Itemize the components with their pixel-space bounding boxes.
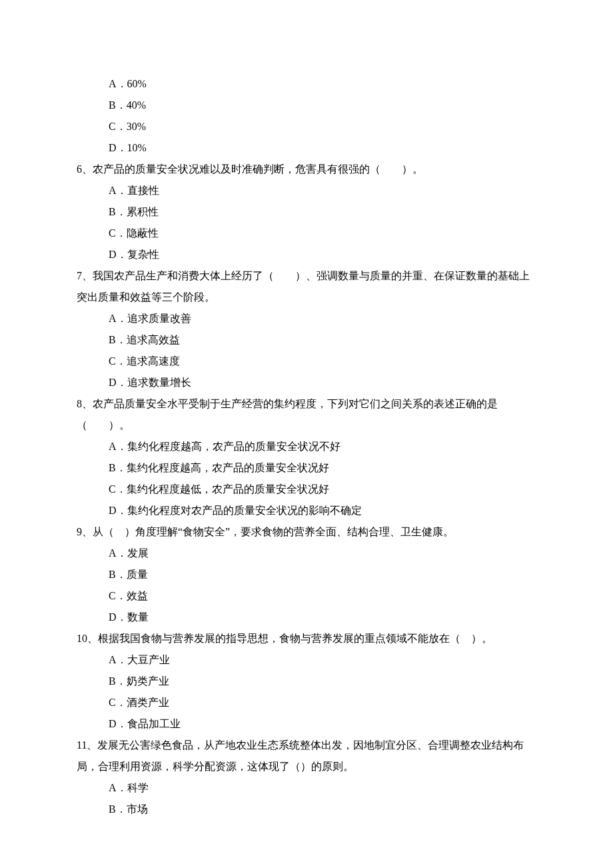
option-d: D．复杂性 [109,244,536,265]
question-8-options: A．集约化程度越高，农产品的质量安全状况不好 B．集约化程度越高，农产品的质量安… [77,436,536,521]
question-10-options: A．大豆产业 B．奶类产业 C．酒类产业 D．食品加工业 [77,649,536,735]
option-c: C．集约化程度越低，农产品的质量安全状况好 [109,479,536,500]
question-5-options: A．60% B．40% C．30% D．10% [77,73,536,159]
question-7-stem: 7、我国农产品生产和消费大体上经历了（ ）、强调数量与质量的并重、在保证数量的基… [77,265,536,308]
question-7-options: A．追求质量改善 B．追求高效益 C．追求高速度 D．追求数量增长 [77,308,536,393]
option-d: D．追求数量增长 [109,372,536,393]
option-d: D．集约化程度对农产品的质量安全状况的影响不确定 [109,500,536,521]
option-b: B．市场 [109,799,536,820]
option-d: D．数量 [109,607,536,628]
option-b: B．奶类产业 [109,671,536,692]
option-b: B．累积性 [109,201,536,223]
option-b: B．质量 [109,564,536,585]
option-b: B．追求高效益 [109,329,536,351]
option-c: C．酒类产业 [109,692,536,713]
question-11-stem: 11、发展无公害绿色食品，从产地农业生态系统整体出发，因地制宜分区、合理调整农业… [77,735,536,777]
question-11-options: A．科学 B．市场 [77,777,536,820]
option-a: A．大豆产业 [109,649,536,671]
option-a: A．直接性 [109,180,536,201]
option-c: C．效益 [109,585,536,607]
option-a: A．60% [109,73,536,95]
option-a: A．集约化程度越高，农产品的质量安全状况不好 [109,436,536,457]
question-10-stem: 10、根据我国食物与营养发展的指导思想，食物与营养发展的重点领域不能放在（ ）。 [77,628,536,649]
option-a: A．科学 [109,777,536,799]
option-b: B．集约化程度越高，农产品的质量安全状况好 [109,457,536,479]
option-a: A．发展 [109,543,536,564]
question-9-options: A．发展 B．质量 C．效益 D．数量 [77,543,536,628]
question-8-stem: 8、农产品质量安全水平受制于生产经营的集约程度，下列对它们之间关系的表述正确的是… [77,393,536,436]
question-6-stem: 6、农产品的质量安全状况难以及时准确判断，危害具有很强的（ ）。 [77,159,536,180]
option-d: D．食品加工业 [109,713,536,735]
option-c: C．追求高速度 [109,351,536,372]
question-9-stem: 9、从（ ）角度理解“食物安全”，要求食物的营养全面、结构合理、卫生健康。 [77,521,536,543]
option-a: A．追求质量改善 [109,308,536,329]
option-b: B．40% [109,95,536,116]
question-6-options: A．直接性 B．累积性 C．隐蔽性 D．复杂性 [77,180,536,265]
option-d: D．10% [109,137,536,159]
option-c: C．30% [109,116,536,137]
option-c: C．隐蔽性 [109,223,536,244]
